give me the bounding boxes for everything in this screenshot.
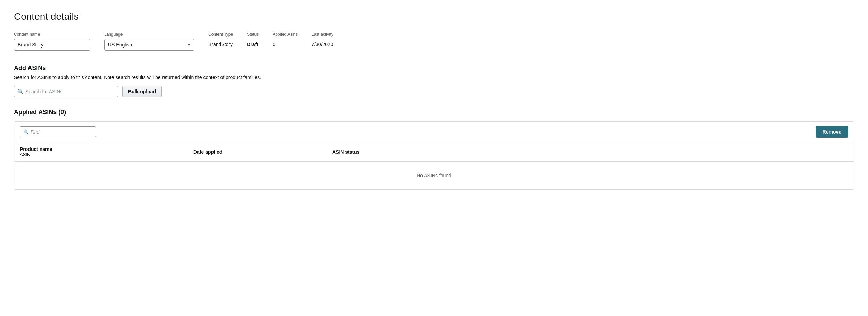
applied-asins-title: Applied ASINs (0) xyxy=(14,109,854,116)
add-asins-section: Add ASINs Search for ASINs to apply to t… xyxy=(14,65,854,97)
applied-asins-count-label: Applied Asins xyxy=(273,32,298,37)
add-asins-description: Search for ASINs to apply to this conten… xyxy=(14,75,854,80)
col-product-name-sub: ASIN xyxy=(20,152,193,157)
add-asins-title: Add ASINs xyxy=(14,65,854,72)
language-select[interactable]: US English UK English French German Span… xyxy=(104,39,194,51)
last-activity-value: 7/30/2020 xyxy=(311,39,333,47)
find-search-icon: 🔍 xyxy=(23,129,29,135)
content-type-field: Content Type BrandStory xyxy=(208,32,233,47)
col-asin-status: ASIN status xyxy=(332,149,848,155)
asin-search-input[interactable] xyxy=(14,86,118,97)
page-title: Content details xyxy=(14,11,854,22)
table-empty-message: No ASINs found xyxy=(14,162,854,189)
status-label: Status xyxy=(247,32,259,37)
remove-button[interactable]: Remove xyxy=(816,126,848,138)
no-asins-text: No ASINs found xyxy=(417,173,451,178)
find-input[interactable] xyxy=(20,126,96,137)
table-header: Product name ASIN Date applied ASIN stat… xyxy=(14,142,854,162)
search-icon: 🔍 xyxy=(17,89,23,94)
col-date-applied: Date applied xyxy=(193,149,332,155)
content-name-label: Content name xyxy=(14,32,90,37)
applied-asins-section: Applied ASINs (0) 🔍 Remove Product name … xyxy=(14,109,854,190)
language-label: Language xyxy=(104,32,194,37)
content-type-label: Content Type xyxy=(208,32,233,37)
search-add-row: 🔍 Bulk upload xyxy=(14,86,854,97)
applied-asins-count-value: 0 xyxy=(273,39,298,47)
last-activity-field: Last activity 7/30/2020 xyxy=(311,32,333,47)
find-input-wrapper: 🔍 xyxy=(20,126,96,137)
content-type-value: BrandStory xyxy=(208,39,233,47)
status-field: Status Draft xyxy=(247,32,259,47)
applied-asins-toolbar: 🔍 Remove xyxy=(14,122,854,142)
content-name-value: Brand Story xyxy=(14,39,90,51)
content-name-field: Content name Brand Story xyxy=(14,32,90,51)
applied-asins-table-container: 🔍 Remove Product name ASIN Date applied … xyxy=(14,121,854,190)
col-date-applied-main: Date applied xyxy=(193,149,332,155)
col-product-name: Product name ASIN xyxy=(20,146,193,157)
col-product-name-main: Product name xyxy=(20,146,193,152)
bulk-upload-button[interactable]: Bulk upload xyxy=(122,86,162,97)
last-activity-label: Last activity xyxy=(311,32,333,37)
col-asin-status-main: ASIN status xyxy=(332,149,848,155)
status-value: Draft xyxy=(247,39,259,47)
asin-search-wrapper: 🔍 xyxy=(14,86,118,97)
language-select-wrapper: US English UK English French German Span… xyxy=(104,39,194,51)
language-field: Language US English UK English French Ge… xyxy=(104,32,194,51)
applied-asins-count-field: Applied Asins 0 xyxy=(273,32,298,47)
content-details-row: Content name Brand Story Language US Eng… xyxy=(14,32,854,51)
